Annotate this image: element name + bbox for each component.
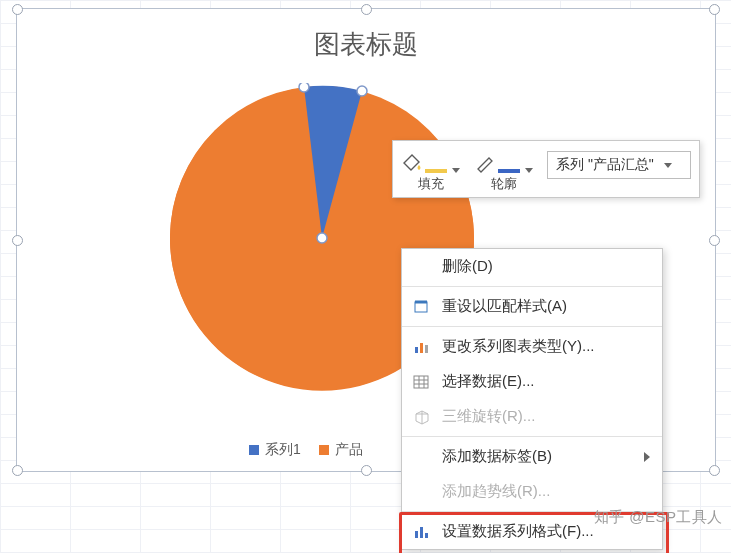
outline-button[interactable]: 轮廓	[474, 147, 533, 193]
chevron-down-icon	[664, 163, 672, 168]
menu-label: 添加趋势线(R)...	[442, 482, 550, 501]
svg-point-3	[357, 86, 367, 96]
format-series-icon	[412, 523, 432, 541]
legend-item[interactable]: 产品	[319, 441, 363, 459]
menu-label: 更改系列图表类型(Y)...	[442, 337, 595, 356]
svg-rect-7	[425, 345, 428, 353]
svg-rect-9	[415, 531, 418, 538]
legend-label: 产品	[335, 441, 363, 457]
resize-handle[interactable]	[12, 235, 23, 246]
outline-label: 轮廓	[491, 175, 517, 193]
series-selector-label: 系列 "产品汇总"	[556, 156, 654, 172]
pen-icon	[474, 147, 533, 173]
reset-style-icon	[412, 298, 432, 316]
blank-icon	[412, 258, 432, 276]
context-menu: 删除(D) 重设以匹配样式(A) 更改系列图表类型(Y)... 选择数据(E).…	[401, 248, 663, 550]
chart-title[interactable]: 图表标题	[17, 27, 715, 62]
blank-icon	[412, 483, 432, 501]
menu-change-chart-type[interactable]: 更改系列图表类型(Y)...	[402, 329, 662, 364]
legend-item[interactable]: 系列1	[249, 441, 301, 459]
resize-handle[interactable]	[709, 4, 720, 15]
resize-handle[interactable]	[12, 4, 23, 15]
menu-reset-style[interactable]: 重设以匹配样式(A)	[402, 289, 662, 324]
svg-rect-10	[420, 527, 423, 538]
select-data-icon	[412, 373, 432, 391]
menu-label: 三维旋转(R)...	[442, 407, 535, 426]
menu-label: 选择数据(E)...	[442, 372, 535, 391]
resize-handle[interactable]	[361, 4, 372, 15]
svg-rect-8	[414, 376, 428, 388]
legend-swatch-icon	[319, 445, 329, 455]
menu-separator	[402, 326, 662, 327]
fill-button[interactable]: 填充	[401, 147, 460, 193]
resize-handle[interactable]	[709, 465, 720, 476]
menu-add-data-labels[interactable]: 添加数据标签(B)	[402, 439, 662, 474]
chart-type-icon	[412, 338, 432, 356]
fill-label: 填充	[418, 175, 444, 193]
app-viewport: 图表标题 系列1 产品	[0, 0, 731, 553]
series-selector[interactable]: 系列 "产品汇总"	[547, 151, 691, 179]
svg-point-1	[317, 233, 327, 243]
resize-handle[interactable]	[12, 465, 23, 476]
watermark-text: 知乎 @ESP工具人	[594, 508, 723, 527]
cube-icon	[412, 408, 432, 426]
menu-delete[interactable]: 删除(D)	[402, 249, 662, 284]
svg-rect-5	[415, 347, 418, 353]
svg-rect-6	[420, 343, 423, 353]
menu-3d-rotation: 三维旋转(R)...	[402, 399, 662, 434]
chevron-down-icon	[525, 168, 533, 173]
menu-separator	[402, 286, 662, 287]
menu-separator	[402, 436, 662, 437]
mini-toolbar: 填充 轮廓 系列 "产品汇总"	[392, 140, 700, 198]
submenu-arrow-icon	[644, 452, 650, 462]
menu-add-trendline: 添加趋势线(R)...	[402, 474, 662, 509]
resize-handle[interactable]	[361, 465, 372, 476]
chart-legend[interactable]: 系列1 产品	[249, 441, 363, 459]
menu-label: 设置数据系列格式(F)...	[442, 522, 594, 541]
menu-label: 重设以匹配样式(A)	[442, 297, 567, 316]
svg-rect-11	[425, 533, 428, 538]
paint-bucket-icon	[401, 147, 460, 173]
resize-handle[interactable]	[709, 235, 720, 246]
blank-icon	[412, 448, 432, 466]
legend-swatch-icon	[249, 445, 259, 455]
menu-select-data[interactable]: 选择数据(E)...	[402, 364, 662, 399]
chevron-down-icon	[452, 168, 460, 173]
svg-point-2	[299, 83, 309, 92]
legend-label: 系列1	[265, 441, 301, 457]
menu-label: 删除(D)	[442, 257, 493, 276]
menu-label: 添加数据标签(B)	[442, 447, 552, 466]
